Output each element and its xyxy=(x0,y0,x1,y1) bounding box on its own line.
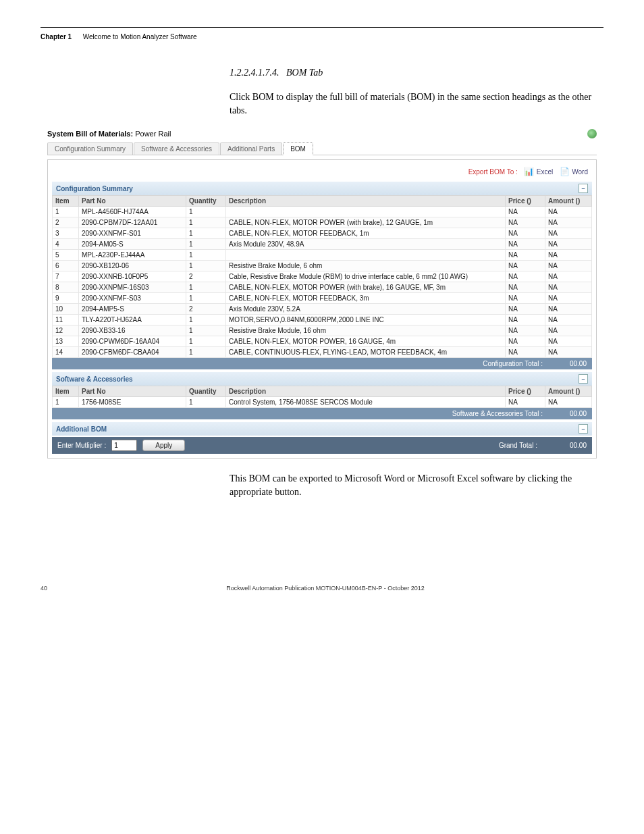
bom-panel: System Bill of Materials: Power Rail Con… xyxy=(47,129,597,459)
grand-total-label: Grand Total : xyxy=(499,442,537,449)
config-section-header[interactable]: Configuration Summary – xyxy=(52,182,592,195)
table-row: 11TLY-A220T-HJ62AA1MOTOR,SERVO,0.84NM,60… xyxy=(53,315,592,325)
page-footer: 40 Rockwell Automation Publication MOTIO… xyxy=(0,531,644,605)
multiplier-label: Enter Mutliplier : xyxy=(57,442,106,449)
add-section-header[interactable]: Additional BOM – xyxy=(52,422,592,436)
sw-table: Item Part No Quantity Description Price … xyxy=(52,386,592,408)
chapter-title: Welcome to Motion Analyzer Software xyxy=(83,33,197,41)
table-row: 22090-CPBM7DF-12AA011CABLE, NON-FLEX, MO… xyxy=(53,217,592,228)
tab-bar: Configuration Summary Software & Accesso… xyxy=(47,142,597,155)
collapse-icon[interactable]: – xyxy=(579,184,588,193)
collapse-icon[interactable]: – xyxy=(579,424,588,434)
sw-total-bar: Software & Accessories Total : 00.00 xyxy=(52,408,592,419)
table-row: 72090-XXNRB-10F0P52Cable, Resistive Brak… xyxy=(53,271,592,282)
page-number: 40 xyxy=(41,585,47,592)
table-row: 62090-XB120-061Resistive Brake Module, 6… xyxy=(53,261,592,271)
tab-software-accessories[interactable]: Software & Accessories xyxy=(134,142,219,155)
table-row: 5MPL-A230P-EJ44AA1NANA xyxy=(53,250,592,261)
word-icon: 📄 xyxy=(560,167,569,176)
apply-button[interactable]: Apply xyxy=(142,440,185,451)
grand-total-value: 00.00 xyxy=(570,442,587,449)
section-heading: 1.2.2.4.1.7.4. BOM Tab xyxy=(230,68,603,78)
tab-additional-parts[interactable]: Additional Parts xyxy=(220,142,282,155)
table-row: 122090-XB33-161Resistive Brake Module, 1… xyxy=(53,325,592,336)
config-total-bar: Configuration Total : 00.00 xyxy=(52,358,592,369)
table-row: 82090-XXNPMF-16S031CABLE, NON-FLEX, MOTO… xyxy=(53,282,592,293)
export-excel-button[interactable]: 📊 Excel xyxy=(525,167,553,176)
panel-title-suffix: Power Rail xyxy=(135,130,171,138)
excel-icon: 📊 xyxy=(525,167,534,176)
chapter-header: Chapter 1 Welcome to Motion Analyzer Sof… xyxy=(41,33,603,41)
multiplier-input[interactable] xyxy=(111,440,137,451)
panel-title-prefix: System Bill of Materials: xyxy=(47,130,133,138)
table-row: 42094-AM05-S1Axis Module 230V, 48.9ANANA xyxy=(53,239,592,250)
table-row: 1MPL-A4560F-HJ74AA1NANA xyxy=(53,207,592,217)
outro-paragraph: This BOM can be exported to Microsoft Wo… xyxy=(230,472,603,498)
sw-section-header[interactable]: Software & Accessories – xyxy=(52,372,592,386)
collapse-icon[interactable]: – xyxy=(579,374,588,384)
help-icon[interactable] xyxy=(587,129,597,138)
table-row: 92090-XXNFMF-S031CABLE, NON-FLEX, MOTOR … xyxy=(53,293,592,304)
export-label: Export BOM To : xyxy=(468,168,518,176)
tab-bom[interactable]: BOM xyxy=(283,142,313,155)
publication-info: Rockwell Automation Publication MOTION-U… xyxy=(226,585,424,592)
table-row: 102094-AMP5-S2Axis Module 230V, 5.2ANANA xyxy=(53,304,592,315)
export-word-button[interactable]: 📄 Word xyxy=(560,167,588,176)
table-row: 142090-CFBM6DF-CBAA041CABLE, CONTINUOUS-… xyxy=(53,347,592,358)
table-row: 11756-M08SE1Control System, 1756-M08SE S… xyxy=(53,397,592,408)
config-table: Item Part No Quantity Description Price … xyxy=(52,195,592,358)
table-row: 32090-XXNFMF-S011CABLE, NON-FLEX, MOTOR … xyxy=(53,228,592,239)
chapter-number: Chapter 1 xyxy=(41,33,72,41)
grand-total-row: Enter Mutliplier : Apply Grand Total : 0… xyxy=(52,437,592,454)
intro-paragraph: Click BOM to display the full bill of ma… xyxy=(230,90,603,117)
tab-config-summary[interactable]: Configuration Summary xyxy=(47,142,133,155)
table-row: 132090-CPWM6DF-16AA041CABLE, NON-FLEX, M… xyxy=(53,336,592,347)
